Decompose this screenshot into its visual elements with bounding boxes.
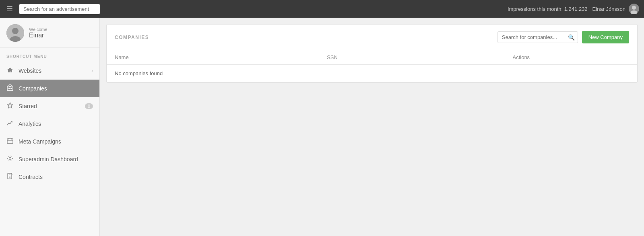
empty-message: No companies found (107, 65, 637, 82)
sidebar-item-label: Superadmin Dashboard (19, 156, 93, 162)
sidebar-item-label: Analytics (19, 121, 93, 127)
sidebar-item-label: Companies (19, 85, 93, 92)
sidebar-item-websites[interactable]: Websites › (0, 62, 99, 80)
sidebar-item-starred[interactable]: Starred 0 (0, 97, 99, 115)
sidebar-section-label: SHORTCUT MENU (0, 48, 99, 62)
impressions-label: Impressions this month: 1.241.232 (508, 6, 588, 12)
svg-rect-7 (8, 88, 10, 89)
sidebar-item-meta-campaigns[interactable]: Meta Campaigns (0, 133, 99, 150)
main-layout: Welcome Einar SHORTCUT MENU Websites › (0, 18, 644, 236)
svg-point-1 (631, 10, 637, 14)
user-info: Einar Jónsson (592, 4, 639, 14)
header-right: 🔍 New Company (497, 31, 629, 43)
companies-table: Name SSN Actions No companies found (107, 50, 637, 82)
sidebar-item-superadmin[interactable]: Superadmin Dashboard (0, 150, 99, 168)
svg-marker-9 (7, 103, 13, 108)
svg-rect-8 (10, 88, 12, 89)
search-companies-input[interactable] (497, 31, 578, 43)
starred-badge: 0 (85, 103, 93, 109)
svg-point-3 (12, 28, 19, 34)
sidebar-item-contracts[interactable]: Contracts (0, 168, 99, 186)
sidebar-item-label: Meta Campaigns (19, 138, 93, 145)
svg-rect-10 (7, 139, 13, 144)
sidebar-item-label: Starred (19, 103, 80, 109)
chevron-right-icon: › (91, 68, 93, 74)
column-actions: Actions (504, 50, 637, 65)
sidebar-user-section: Welcome Einar (0, 18, 99, 48)
companies-header: COMPANIES 🔍 New Company (107, 25, 637, 50)
sidebar-item-label: Websites (19, 68, 87, 74)
hamburger-menu-icon[interactable]: ☰ (5, 3, 14, 15)
search-wrapper: 🔍 (497, 31, 578, 43)
sidebar: Welcome Einar SHORTCUT MENU Websites › (0, 18, 100, 236)
star-icon (6, 102, 14, 110)
svg-point-14 (9, 158, 11, 160)
search-advertisement-input[interactable] (19, 4, 100, 14)
username-label: Einar Jónsson (592, 6, 625, 12)
sidebar-item-analytics[interactable]: Analytics (0, 115, 99, 133)
sidebar-item-label: Contracts (19, 174, 93, 180)
column-ssn: SSN (319, 50, 504, 65)
table-header: Name SSN Actions (107, 50, 637, 65)
new-company-button[interactable]: New Company (582, 31, 629, 43)
calendar-icon (6, 137, 14, 146)
welcome-label: Welcome (29, 27, 47, 32)
sidebar-user-info: Welcome Einar (29, 27, 47, 39)
svg-point-0 (632, 6, 636, 10)
companies-title: COMPANIES (115, 35, 149, 40)
companies-icon (6, 84, 14, 92)
avatar (6, 24, 24, 42)
table-body: No companies found (107, 65, 637, 82)
sidebar-item-companies[interactable]: Companies (0, 80, 99, 97)
column-name: Name (107, 50, 319, 65)
navbar: ☰ Impressions this month: 1.241.232 Eina… (0, 0, 644, 18)
main-content: COMPANIES 🔍 New Company Name SSN Actions (100, 18, 644, 236)
gear-icon (6, 155, 14, 163)
svg-rect-6 (9, 85, 11, 86)
user-avatar-icon (629, 4, 639, 14)
document-icon (6, 173, 14, 181)
home-icon (6, 67, 14, 75)
analytics-icon (6, 120, 14, 128)
table-row-empty: No companies found (107, 65, 637, 82)
companies-card: COMPANIES 🔍 New Company Name SSN Actions (106, 24, 638, 83)
sidebar-username: Einar (29, 32, 47, 39)
